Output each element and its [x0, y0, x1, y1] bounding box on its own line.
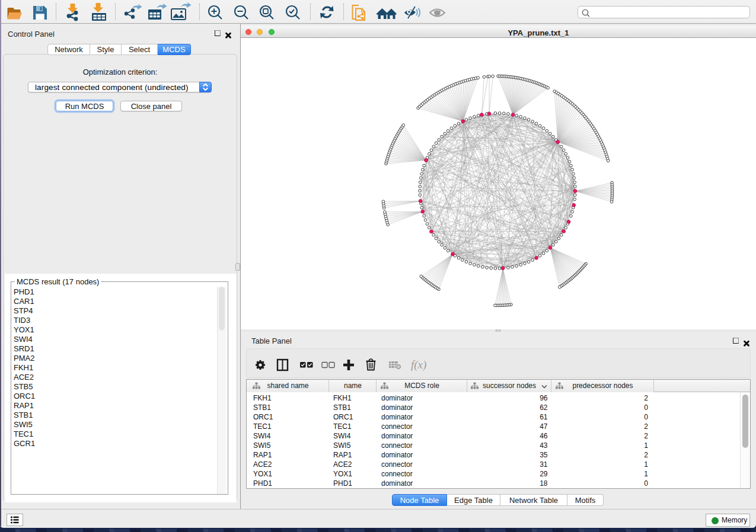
svg-text:f(x): f(x): [411, 358, 426, 371]
